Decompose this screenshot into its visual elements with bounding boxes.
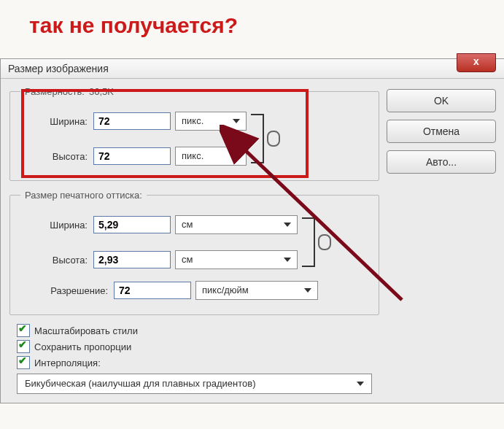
ok-button[interactable]: OK bbox=[387, 89, 496, 112]
pixel-dimensions-group: Размерность: 36,5K Ширина: пикс. bbox=[9, 86, 379, 181]
interpolation-value: Бикубическая (наилучшая для плавных град… bbox=[25, 378, 255, 389]
chevron-down-icon bbox=[304, 288, 311, 293]
bracket-icon bbox=[251, 114, 264, 163]
title-bar: Размер изображения x bbox=[1, 59, 504, 79]
scale-styles-checkbox[interactable] bbox=[17, 324, 30, 337]
pixel-dim-size: 36,5K bbox=[89, 86, 114, 97]
headline-text: так не получается? bbox=[29, 13, 238, 38]
pixel-width-units[interactable]: пикс. bbox=[175, 112, 247, 131]
pixel-width-input[interactable] bbox=[93, 112, 171, 130]
chevron-down-icon bbox=[357, 382, 364, 386]
resolution-label: Разрешение: bbox=[20, 285, 108, 296]
scale-styles-label: Масштабировать стили bbox=[34, 325, 138, 336]
resample-label: Интерполяция: bbox=[34, 358, 101, 368]
chevron-down-icon bbox=[233, 119, 240, 123]
close-button[interactable]: x bbox=[457, 53, 496, 72]
print-dim-legend: Размер печатного оттиска: bbox=[20, 190, 147, 201]
pixel-height-input[interactable] bbox=[93, 147, 171, 165]
print-width-input[interactable] bbox=[93, 216, 171, 233]
print-height-label: Высота: bbox=[20, 255, 88, 266]
bracket-icon bbox=[302, 217, 315, 267]
print-height-input[interactable] bbox=[93, 251, 171, 268]
print-height-units[interactable]: см bbox=[175, 250, 298, 269]
image-size-dialog: Размер изображения x Размерность: 36,5K bbox=[0, 58, 504, 403]
auto-button[interactable]: Авто... bbox=[387, 150, 496, 174]
print-width-units[interactable]: см bbox=[175, 215, 298, 234]
constrain-checkbox[interactable] bbox=[17, 340, 30, 353]
resolution-input[interactable] bbox=[114, 282, 191, 299]
print-dimensions-group: Размер печатного оттиска: Ширина: см bbox=[9, 190, 379, 315]
height-label: Высота: bbox=[20, 151, 88, 162]
constrain-label: Сохранить пропорции bbox=[34, 341, 131, 352]
interpolation-select[interactable]: Бикубическая (наилучшая для плавных град… bbox=[17, 374, 372, 394]
pixel-dim-legend: Размерность: bbox=[25, 86, 85, 97]
resample-checkbox[interactable] bbox=[17, 356, 30, 369]
resolution-units[interactable]: пикс/дюйм bbox=[195, 281, 318, 300]
window-title: Размер изображения bbox=[8, 63, 109, 74]
cancel-button[interactable]: Отмена bbox=[387, 120, 496, 143]
print-width-label: Ширина: bbox=[20, 220, 88, 231]
pixel-height-units[interactable]: пикс. bbox=[175, 147, 247, 166]
chevron-down-icon bbox=[284, 258, 291, 262]
chevron-down-icon bbox=[233, 154, 240, 158]
chevron-down-icon bbox=[284, 223, 291, 227]
width-label: Ширина: bbox=[20, 116, 88, 127]
chain-link-icon bbox=[318, 234, 331, 250]
chain-link-icon bbox=[267, 131, 280, 147]
